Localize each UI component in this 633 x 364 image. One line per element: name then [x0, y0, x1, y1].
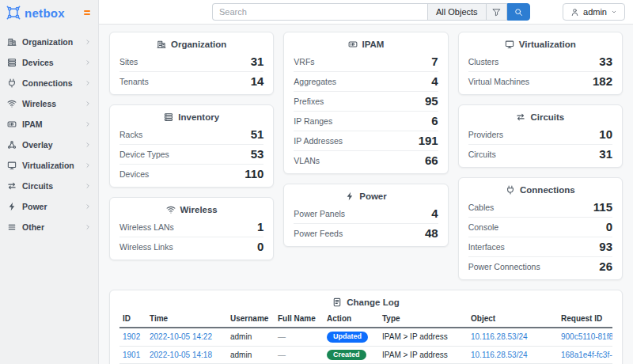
search-filter-button[interactable] [486, 3, 507, 21]
chevron-right-icon [85, 142, 91, 148]
sidebar-item-power[interactable]: Power [0, 196, 98, 217]
sidebar-item-connections[interactable]: Connections [0, 73, 98, 93]
chevron-right-icon [85, 183, 91, 189]
sidebar-nav: Organization Devices Connections Wireles… [0, 25, 98, 237]
stat-row[interactable]: Providers 10 [468, 125, 612, 144]
stat-value: 0 [257, 241, 263, 253]
stat-row[interactable]: Power Feeds 48 [294, 223, 438, 243]
main-area: All Objects admin Organization Sites [99, 0, 633, 364]
search-icon [514, 8, 523, 17]
changelog-request-id-link[interactable]: 900c5110-81f8-4a3c-bb1b-977959fe8e54 [561, 332, 612, 341]
stat-row[interactable]: VRFs 7 [294, 52, 438, 71]
changelog-column-header[interactable]: Full Name [275, 310, 324, 328]
chevron-right-icon [85, 80, 91, 86]
changelog-table: IDTimeUsernameFull NameActionTypeObjectR… [119, 310, 612, 364]
changelog-column-header[interactable]: Username [227, 310, 275, 328]
stat-label: Providers [468, 130, 503, 139]
changelog-row: 19012022-10-05 14:18admin—CreatedIPAM > … [119, 346, 612, 364]
brand-name[interactable]: netbox [25, 6, 65, 20]
changelog-column-header[interactable]: ID [119, 310, 146, 328]
stat-row[interactable]: Tenants 14 [119, 71, 263, 91]
changelog-time-link[interactable]: 2022-10-05 14:22 [150, 332, 212, 341]
sidebar-item-overlay[interactable]: Overlay [0, 135, 98, 155]
changelog-column-header[interactable]: Type [379, 310, 468, 328]
stat-label: Power Connections [468, 262, 540, 271]
sidebar-item-other[interactable]: Other [0, 217, 98, 237]
monitor-icon [505, 40, 514, 49]
card-circuits: Circuits Providers 10 Circuits 31 [458, 104, 623, 168]
changelog-column-header[interactable]: Object [468, 310, 558, 328]
changelog-object-link[interactable]: 10.116.28.53/24 [471, 332, 528, 341]
changelog-id-link[interactable]: 1902 [123, 332, 140, 341]
search-button[interactable] [507, 3, 530, 21]
changelog-object-link[interactable]: 10.116.28.53/24 [471, 351, 528, 359]
building-icon [157, 40, 166, 49]
changelog-column-header[interactable]: Action [324, 310, 379, 328]
stat-row[interactable]: Wireless LANs 1 [119, 218, 263, 237]
netbox-logo-icon[interactable] [6, 6, 21, 20]
sidebar-item-organization[interactable]: Organization [0, 32, 98, 52]
stat-value: 1 [257, 221, 263, 233]
stat-row[interactable]: VLANs 66 [294, 150, 438, 170]
sidebar-item-ipam[interactable]: IPAM [0, 114, 98, 135]
stat-label: Wireless Links [119, 242, 173, 252]
stat-value: 93 [599, 241, 612, 253]
changelog-time-link[interactable]: 2022-10-05 14:18 [150, 351, 212, 359]
stat-label: Wireless LANs [119, 222, 174, 232]
stat-row[interactable]: Interfaces 93 [468, 237, 612, 256]
changelog-column-header[interactable]: Time [146, 310, 227, 328]
changelog-column-header[interactable]: Request ID [558, 310, 612, 328]
changelog-id-link[interactable]: 1901 [123, 351, 140, 359]
changelog-request-id-link[interactable]: 168a1e4f-fc3f-40b0-acda-d2c907a9ce22 [561, 351, 612, 359]
sidebar-toggle-icon[interactable] [82, 9, 92, 17]
card-power: Power Power Panels 4 Power Feeds 48 [283, 184, 448, 247]
stat-row[interactable]: Sites 31 [119, 52, 263, 71]
sidebar-item-virtualization[interactable]: Virtualization [0, 155, 98, 176]
stat-label: Racks [119, 130, 142, 139]
stat-row[interactable]: Clusters 33 [468, 52, 612, 71]
stat-row[interactable]: Power Panels 4 [294, 204, 438, 223]
stat-row[interactable]: Devices 110 [119, 164, 263, 184]
stat-label: Prefixes [294, 97, 324, 106]
stat-value: 33 [599, 55, 612, 68]
stat-label: Virtual Machines [468, 77, 529, 86]
stat-row[interactable]: IP Ranges 6 [294, 111, 438, 131]
stat-value: 182 [593, 75, 612, 88]
user-menu-button[interactable]: admin [563, 3, 625, 21]
bolt-icon [345, 191, 354, 201]
stat-label: VLANs [294, 156, 320, 165]
sidebar-item-devices[interactable]: Devices [0, 52, 98, 73]
stat-value: 14 [251, 75, 264, 88]
ip-card-icon [348, 40, 358, 49]
stat-row[interactable]: Prefixes 95 [294, 91, 438, 111]
dashboard: Organization Sites 31 Tenants 14 Invento… [99, 25, 633, 364]
search-scope-select[interactable]: All Objects [427, 3, 486, 21]
search-input[interactable] [212, 3, 427, 21]
stat-row[interactable]: Cables 115 [468, 198, 612, 217]
chevron-right-icon [85, 59, 91, 66]
stat-row[interactable]: Power Connections 26 [468, 256, 612, 276]
changelog-row: 19022022-10-05 14:22admin—UpdatedIPAM > … [119, 328, 612, 346]
changelog-action-badge: Updated [327, 332, 368, 343]
user-label: admin [583, 7, 607, 17]
stat-row[interactable]: Wireless Links 0 [119, 237, 263, 256]
card-title: Inventory [178, 112, 219, 122]
sidebar-item-wireless[interactable]: Wireless [0, 93, 98, 114]
stat-row[interactable]: Aggregates 4 [294, 71, 438, 91]
graph-icon [7, 140, 17, 150]
card-title: Virtualization [519, 40, 576, 49]
stat-row[interactable]: Circuits 31 [468, 144, 612, 164]
card-title: IPAM [362, 40, 385, 49]
stat-label: Circuits [468, 150, 496, 159]
stat-row[interactable]: Console 0 [468, 217, 612, 237]
sidebar-item-circuits[interactable]: Circuits [0, 176, 98, 196]
stat-row[interactable]: Racks 51 [119, 125, 263, 144]
stat-row[interactable]: IP Addresses 191 [294, 131, 438, 150]
stat-row[interactable]: Device Types 53 [119, 144, 263, 164]
stat-label: Sites [119, 57, 138, 66]
caret-down-icon [611, 9, 617, 15]
chevron-right-icon [85, 224, 91, 230]
changelog-username: admin [230, 351, 252, 359]
stat-label: Interfaces [468, 242, 505, 252]
stat-row[interactable]: Virtual Machines 182 [468, 71, 612, 91]
